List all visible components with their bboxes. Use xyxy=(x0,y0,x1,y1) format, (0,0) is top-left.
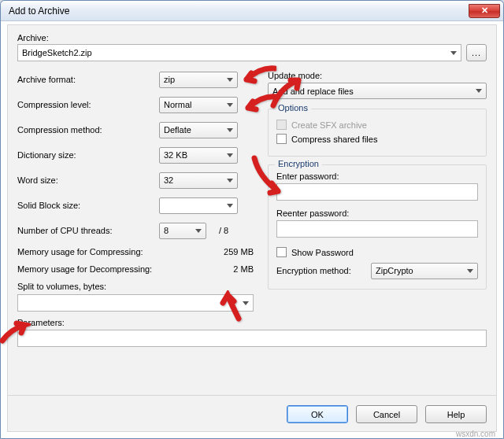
method-label: Compression method: xyxy=(17,125,159,135)
chevron-down-icon xyxy=(227,78,233,82)
button-bar: OK Cancel Help xyxy=(8,395,496,423)
cpu-total: / 8 xyxy=(219,226,228,235)
create-sfx-checkbox xyxy=(276,120,287,130)
compress-shared-checkbox[interactable] xyxy=(276,134,287,144)
cancel-button[interactable]: Cancel xyxy=(356,405,417,423)
dict-label: Dictionary size: xyxy=(17,150,159,160)
block-label: Solid Block size: xyxy=(17,201,159,210)
solid-block-select[interactable] xyxy=(159,197,238,214)
chevron-down-icon xyxy=(195,229,202,233)
left-column: Archive format: zip Compression level: N… xyxy=(17,71,254,312)
encryption-group: Encryption Enter password: Reenter passw… xyxy=(268,164,487,290)
word-label: Word size: xyxy=(17,175,159,185)
show-password-checkbox[interactable] xyxy=(276,247,287,257)
split-label: Split to volumes, bytes: xyxy=(17,282,254,291)
watermark: wsxdn.com xyxy=(456,430,495,438)
reenter-password-label: Reenter password: xyxy=(276,208,478,218)
archive-path-value: BridgeSketch2.zip xyxy=(22,48,92,57)
update-label: Update mode: xyxy=(268,71,487,80)
word-size-select[interactable]: 32 xyxy=(159,172,238,189)
chevron-down-icon xyxy=(476,89,482,93)
options-title: Options xyxy=(275,103,311,113)
archive-format-select[interactable]: zip xyxy=(159,72,238,88)
help-button[interactable]: Help xyxy=(425,405,487,423)
archive-label: Archive: xyxy=(17,33,487,42)
password-input[interactable] xyxy=(276,183,478,201)
mem-decomp-label: Memory usage for Decompressing: xyxy=(17,264,152,274)
dialog-window: Add to Archive ✕ Archive: BridgeSketch2.… xyxy=(0,0,504,439)
chevron-down-icon xyxy=(227,204,233,208)
mem-decomp-value: 2 MB xyxy=(233,264,254,274)
chevron-down-icon xyxy=(227,128,233,132)
create-sfx-label: Create SFX archive xyxy=(291,120,367,130)
encryption-method-select[interactable]: ZipCrypto xyxy=(371,263,478,279)
options-group: Options Create SFX archive Compress shar… xyxy=(268,109,487,157)
chevron-down-icon xyxy=(227,179,233,183)
encryption-title: Encryption xyxy=(275,159,322,168)
window-title: Add to Archive xyxy=(9,6,469,17)
reenter-password-input[interactable] xyxy=(276,220,478,238)
show-password-label: Show Password xyxy=(291,248,354,257)
compress-shared-label: Compress shared files xyxy=(291,135,377,144)
chevron-down-icon xyxy=(227,153,233,157)
right-column: Update mode: Add and replace files Optio… xyxy=(268,71,487,312)
archive-path-combo[interactable]: BridgeSketch2.zip xyxy=(17,44,461,61)
mem-comp-value: 259 MB xyxy=(224,247,254,256)
level-label: Compression level: xyxy=(17,100,159,109)
chevron-down-icon xyxy=(467,269,473,273)
browse-button[interactable]: ... xyxy=(466,44,487,61)
parameters-label: Parameters: xyxy=(17,318,487,327)
titlebar: Add to Archive ✕ xyxy=(1,1,503,21)
enter-password-label: Enter password: xyxy=(276,172,478,181)
mem-comp-label: Memory usage for Compressing: xyxy=(17,247,143,256)
ok-button[interactable]: OK xyxy=(287,405,348,423)
dictionary-size-select[interactable]: 32 KB xyxy=(159,147,238,164)
chevron-down-icon xyxy=(243,301,249,305)
close-button[interactable]: ✕ xyxy=(469,4,500,18)
compression-level-select[interactable]: Normal xyxy=(159,97,238,113)
split-volumes-combo[interactable] xyxy=(17,294,254,312)
parameters-input[interactable] xyxy=(17,330,487,347)
update-mode-select[interactable]: Add and replace files xyxy=(268,83,487,99)
enc-method-label: Encryption method: xyxy=(276,266,371,275)
cpu-label: Number of CPU threads: xyxy=(17,226,159,235)
chevron-down-icon xyxy=(450,51,457,55)
dialog-content: Archive: BridgeSketch2.zip ... Archive f… xyxy=(7,24,497,432)
compression-method-select[interactable]: Deflate xyxy=(159,122,238,138)
chevron-down-icon xyxy=(227,103,233,107)
cpu-threads-select[interactable]: 8 xyxy=(159,223,206,239)
format-label: Archive format: xyxy=(17,75,159,84)
